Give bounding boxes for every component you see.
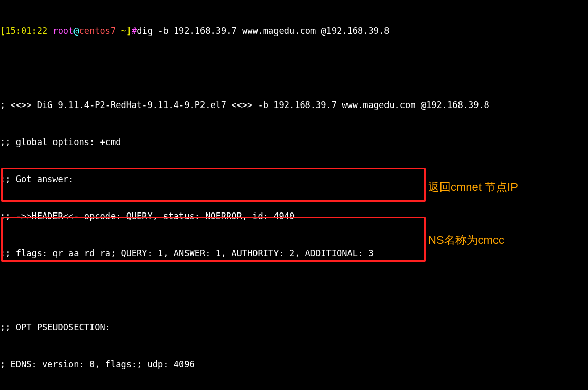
output-line <box>0 284 588 296</box>
bracket: ] <box>126 26 132 36</box>
command: dig -b 192.168.39.7 www.magedu.com @192.… <box>137 26 389 36</box>
prompt-at: @ <box>74 26 79 36</box>
output-line: ;; global options: +cmd <box>0 136 588 148</box>
output-line: ;; ->>HEADER<<- opcode: QUERY, status: N… <box>0 210 588 222</box>
annotation-answer: 返回cmnet 节点IP <box>428 181 518 193</box>
prompt-user: root <box>52 26 74 36</box>
prompt-host: centos7 <box>79 26 116 36</box>
prompt-cwd: ~ <box>116 26 126 36</box>
terminal[interactable]: [15:01:22 root@centos7 ~]#dig -b 192.168… <box>0 0 588 390</box>
output-line: ;; OPT PSEUDOSECTION: <box>0 321 588 333</box>
prompt-line-1: [15:01:22 root@centos7 ~]#dig -b 192.168… <box>0 25 588 37</box>
output-line <box>0 62 588 74</box>
output-line: ; <<>> DiG 9.11.4-P2-RedHat-9.11.4-9.P2.… <box>0 99 588 111</box>
prompt-hash: # <box>132 26 137 36</box>
annotation-authority: NS名称为cmcc <box>428 234 504 246</box>
bracket: [ <box>0 26 5 36</box>
prompt-timestamp: 15:01:22 <box>5 26 47 36</box>
output-line: ; EDNS: version: 0, flags:; udp: 4096 <box>0 358 588 370</box>
output-line: ;; flags: qr aa rd ra; QUERY: 1, ANSWER:… <box>0 247 588 259</box>
